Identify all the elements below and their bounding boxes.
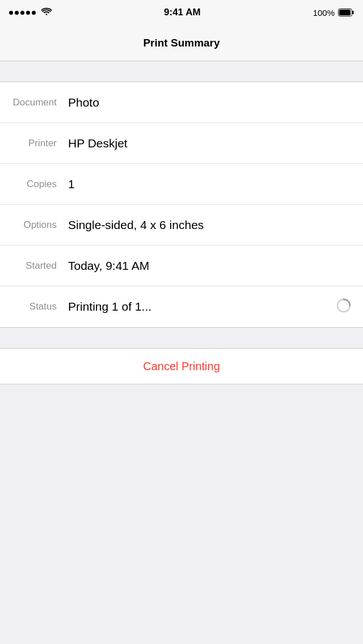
signal-dot-2 [15,11,19,15]
signal-dot-3 [20,11,24,15]
status-right: 100% [313,8,354,18]
table-row: DocumentPhoto [0,82,363,123]
wifi-icon [41,7,52,18]
print-summary-table: DocumentPhotoPrinterHP DeskjetCopies1Opt… [0,82,363,328]
signal-dot-5 [32,11,36,15]
row-value-document: Photo [68,96,363,109]
loading-spinner-icon [336,298,352,316]
svg-rect-2 [352,11,354,14]
table-row: Copies1 [0,164,363,205]
row-label-copies: Copies [0,179,68,190]
row-label-status: Status [0,301,68,312]
nav-bar: Print Summary [0,25,363,61]
battery-percent: 100% [313,8,335,18]
row-label-document: Document [0,97,68,108]
row-value-printer: HP Deskjet [68,137,363,150]
signal-dots [9,11,36,15]
row-value-copies: 1 [68,177,363,191]
row-value-options: Single-sided, 4 x 6 inches [68,218,363,232]
row-label-options: Options [0,219,68,231]
status-left [9,7,52,18]
svg-rect-1 [339,10,351,15]
signal-dot-1 [9,11,13,15]
page-title: Print Summary [143,37,220,49]
table-row: StartedToday, 9:41 AM [0,245,363,286]
table-row: OptionsSingle-sided, 4 x 6 inches [0,205,363,245]
section-gap-cancel [0,328,363,348]
row-label-started: Started [0,260,68,272]
row-value-status: Printing 1 of 1... [68,300,336,313]
cancel-container[interactable]: Cancel Printing [0,348,363,384]
cancel-printing-button[interactable]: Cancel Printing [143,360,220,373]
status-time: 9:41 AM [164,7,201,18]
battery-icon [338,9,354,16]
row-label-printer: Printer [0,138,68,149]
table-row: PrinterHP Deskjet [0,123,363,164]
status-bar: 9:41 AM 100% [0,0,363,25]
table-row: StatusPrinting 1 of 1... [0,286,363,327]
section-gap-top [0,61,363,82]
signal-dot-4 [26,11,30,15]
svg-point-4 [343,299,345,300]
row-value-started: Today, 9:41 AM [68,259,363,273]
